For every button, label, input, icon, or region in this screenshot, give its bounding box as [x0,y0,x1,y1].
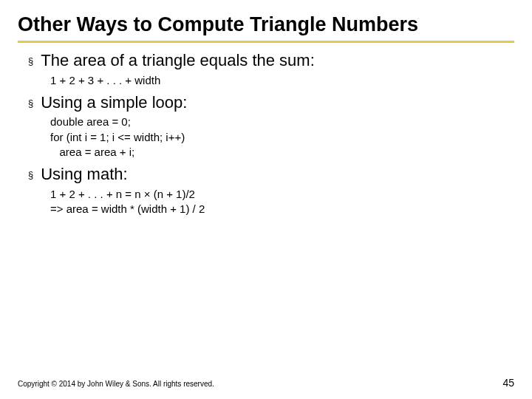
bullet-text: Using math: [41,164,127,185]
bullet-icon: § [28,96,33,112]
bullet-icon: § [28,54,33,69]
bullet-icon: § [28,168,33,183]
page-number: 45 [502,377,514,389]
title-underline [18,41,514,43]
bullet-text: The area of a triangle equals the sum: [41,50,315,72]
list-item: § The area of a triangle equals the sum:… [28,50,514,88]
bullet-subtext: 1 + 2 + . . . + n = n × (n + 1)/2 => are… [28,187,514,217]
list-item: § Using math: 1 + 2 + . . . + n = n × (n… [28,164,514,216]
footer: Copyright © 2014 by John Wiley & Sons. A… [18,377,514,389]
list-item: § Using a simple loop: double area = 0; … [28,92,514,160]
bullet-text: Using a simple loop: [41,92,187,114]
bullet-subtext: double area = 0; for (int i = 1; i <= wi… [28,115,514,160]
bullet-row: § Using a simple loop: [28,92,514,114]
copyright-text: Copyright © 2014 by John Wiley & Sons. A… [18,380,214,388]
bullet-list: § The area of a triangle equals the sum:… [18,50,514,216]
bullet-row: § Using math: [28,164,514,185]
bullet-row: § The area of a triangle equals the sum: [28,50,514,72]
bullet-subtext: 1 + 2 + 3 + . . . + width [28,73,514,88]
slide: Other Ways to Compute Triangle Numbers §… [0,0,532,399]
slide-title: Other Ways to Compute Triangle Numbers [18,13,514,41]
